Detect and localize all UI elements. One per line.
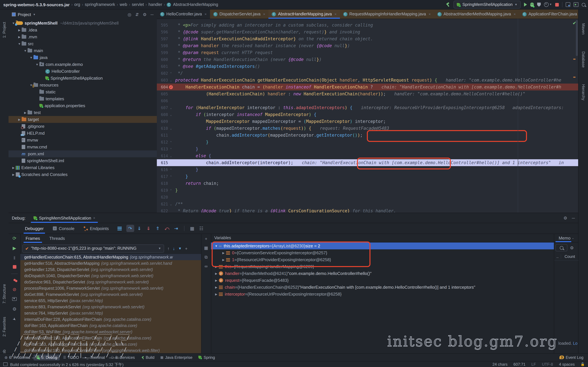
stop-button[interactable] <box>9 264 20 270</box>
sidebar-item-favorites[interactable]: 2: Favorites <box>0 317 9 336</box>
stack-frame-row[interactable]: internalDoFilter:190, ApplicationFilterC… <box>20 335 201 341</box>
tree-expand-icon[interactable]: ▼ <box>17 42 22 45</box>
gear-icon[interactable]: ⚙ <box>563 216 567 220</box>
breadcrumb-item[interactable]: AbstractHandlerMapping <box>173 2 218 7</box>
project-view-select[interactable]: Project ▼ <box>12 12 36 17</box>
profiler-button[interactable]: ▼ <box>544 2 552 7</box>
variable-row-this[interactable]: ▶this = {RequestMappingHandlerMapping@62… <box>211 263 554 270</box>
tab-debugger[interactable]: Debugger <box>21 223 48 234</box>
stack-frame-row[interactable]: getHandlerExecutionChain:615, AbstractHa… <box>20 254 201 260</box>
tree-item-scratches-and-consoles[interactable]: ▶Scratches and Consoles <box>9 171 157 178</box>
close-icon[interactable]: × <box>429 12 431 16</box>
variable-row-0[interactable]: ▶0 = {ConversionServiceExposingIntercept… <box>211 249 554 256</box>
fold-gutter[interactable]: ⌃ <box>168 147 174 150</box>
memory-col-class[interactable]: .. <box>554 254 561 259</box>
mute-breakpoints-button[interactable]: ⊘ <box>9 287 20 292</box>
frame-down-icon[interactable]: ↓ <box>173 246 175 251</box>
tree-item--mvn[interactable]: ▶.mvn <box>9 33 157 40</box>
tree-item-mvnw[interactable]: mvnw <box>9 137 157 143</box>
memory-search-button[interactable] <box>555 244 567 251</box>
tree-expand-icon[interactable]: ▶ <box>23 111 27 114</box>
stack-frame-row[interactable]: service:655, HttpServlet(javax.servlet.h… <box>20 298 201 304</box>
breadcrumb-item[interactable]: springframework <box>85 2 115 7</box>
tree-item-templates[interactable]: templates <box>9 95 157 102</box>
tree-item-springmemshellapplication[interactable]: SpringMemShellApplication <box>9 75 157 82</box>
close-icon[interactable]: × <box>93 216 95 220</box>
resume-button[interactable]: ▶ <box>9 245 20 251</box>
stack-frame-row[interactable]: doFilter:163, ApplicationFilterChain(org… <box>20 341 201 347</box>
editor-tab-abstracthandlermethodmapping-java[interactable]: CAbstractHandlerMethodMapping.java× <box>434 9 519 19</box>
variable-row-handler[interactable]: ▶phandler = {HandlerMethod@6241} "com.ex… <box>211 270 554 277</box>
breadcrumb[interactable]: spring-webmvc-5.3.9-sources.jar›org›spri… <box>3 2 219 7</box>
code-line-599[interactable]: 599 * @param request current HTTP reques… <box>157 49 578 56</box>
code-line-598[interactable]: 598 * @param handler the resolved handle… <box>157 42 578 49</box>
stop-button[interactable] <box>555 3 559 6</box>
stack-frame-row[interactable]: getHandler:1258, DispatcherServlet(org.s… <box>20 267 201 273</box>
drop-frame-button[interactable]: ⤺ <box>163 225 171 232</box>
toolbar-item-terminal[interactable]: ▸_Terminal <box>82 354 108 360</box>
tree-item-main[interactable]: ▼main <box>9 47 157 54</box>
code-line-612[interactable]: 612⌃} <box>157 139 578 145</box>
code-line-611[interactable]: 611chain.addInterceptor(mappedIntercepto… <box>157 132 578 139</box>
hide-panel-icon[interactable]: ─ <box>572 216 575 220</box>
tree-item-com-example-demo[interactable]: ▼com.example.demo <box>9 61 157 68</box>
tree-expand-icon[interactable]: ▶ <box>221 251 226 254</box>
fold-gutter[interactable]: ⌃ <box>168 189 174 192</box>
stack-frame-row[interactable]: getHandler:516, AbstractHandlerMapping(o… <box>20 260 201 267</box>
code-line-615[interactable]: 615chain.addInterceptor(interceptor);cha… <box>157 159 578 166</box>
sidebar-item-project[interactable]: 1: Project <box>0 22 9 38</box>
variable-row-interceptor[interactable]: ▶interceptor = {ResourceUrlProviderExpos… <box>211 291 554 298</box>
tree-item--gitignore[interactable]: .gitignore <box>9 123 157 130</box>
breadcrumb-item[interactable]: handler <box>148 2 162 7</box>
debug-settings-button[interactable]: ⚙ <box>9 306 20 312</box>
sidebar-item-maven[interactable]: Maven <box>579 23 588 34</box>
code-line-607[interactable]: 607⌄for (HandlerInterceptor interceptor … <box>157 104 578 111</box>
code-line-608[interactable]: 608⌄if (interceptor instanceof MappedInt… <box>157 111 578 118</box>
toolbar-item-8-services[interactable]: ⬡8: Services <box>108 354 138 360</box>
breadcrumb-item[interactable]: web <box>120 2 127 7</box>
editor-tab-dispatcherservlet-java[interactable]: CDispatcherServlet.java× <box>210 9 268 19</box>
tree-expand-icon[interactable]: ▼ <box>23 49 27 52</box>
close-icon[interactable]: × <box>205 12 207 16</box>
stack-frame-row[interactable]: doFilterInternal:100, RequestContextFilt… <box>20 347 201 354</box>
tree-expand-icon[interactable]: ▶ <box>17 118 22 121</box>
toolbar-item-java-enterprise[interactable]: ▦Java Enterprise <box>158 354 195 360</box>
editor-scrollbar[interactable] <box>576 20 578 56</box>
stack-frame-row[interactable]: doService:963, DispatcherServlet(org.spr… <box>20 279 201 285</box>
status-item-utf-8[interactable]: UTF-8 <box>542 362 553 367</box>
tab-frames[interactable]: Frames <box>22 234 44 243</box>
search-everywhere-button[interactable] <box>582 3 585 6</box>
code-line-597[interactable]: 597 * {@link HandlerExecutionChain#addIn… <box>157 35 578 42</box>
status-message[interactable]: Build completed successfully in 2 s 626 … <box>10 361 123 367</box>
toolbar-item-5-debug[interactable]: 5: Debug <box>34 354 60 360</box>
locate-file-icon[interactable]: ◎ <box>128 12 131 17</box>
tree-item-springmemshell-iml[interactable]: springMemShell.iml <box>9 157 157 164</box>
copy-icon[interactable]: ⧉ <box>201 255 211 260</box>
stack-frame-row[interactable]: doGet:898, FrameworkServlet(org.springfr… <box>20 291 201 298</box>
tree-item-java[interactable]: ▼java <box>9 54 157 61</box>
code-line-603[interactable]: 603⌄protected HandlerExecutionChain getH… <box>157 77 578 83</box>
breadcrumb-item[interactable]: org <box>74 2 80 7</box>
tree-expand-icon[interactable]: ▶ <box>214 279 219 282</box>
tree-item-target[interactable]: ▶target <box>9 116 157 123</box>
force-step-into-button[interactable]: ⇓ <box>145 225 152 232</box>
fold-gutter[interactable]: ⌄ <box>168 127 174 130</box>
status-item-607-71[interactable]: 607:71 <box>513 362 526 367</box>
variable-row-this-adaptedInterceptors[interactable]: ▼∞this.adaptedInterceptors = {ArrayList@… <box>211 242 554 249</box>
variable-row-1[interactable]: ▶1 = {ResourceUrlProviderExposingInterce… <box>211 256 554 263</box>
code-editor[interactable]: 595 * <p>For simply adding an intercepto… <box>157 19 578 213</box>
gear-icon[interactable]: ⚙ <box>143 12 147 17</box>
code-line-609[interactable]: 609MappedInterceptor mappedInterceptor =… <box>157 118 578 125</box>
breadcrumb-item[interactable]: spring-webmvc-5.3.9-sources.jar <box>3 2 70 7</box>
tree-expand-icon[interactable]: ▶ <box>17 35 22 39</box>
gear-icon[interactable]: ⚙ <box>570 246 574 250</box>
run-configuration-select[interactable]: SpringMemShellApplication ▼ <box>454 1 521 8</box>
code-line-619[interactable]: 619⌃} <box>157 187 578 194</box>
toolbar-item-spring[interactable]: Spring <box>196 354 217 360</box>
code-line-596[interactable]: 596 * {@code super.getHandlerExecutionCh… <box>157 28 578 35</box>
inspections-ok-icon[interactable]: ✔ <box>573 21 576 25</box>
rerun-button[interactable]: ⟳ <box>9 236 20 241</box>
build-hammer-icon[interactable] <box>446 2 450 7</box>
fold-gutter[interactable]: ⌄ <box>168 154 174 158</box>
fold-gutter[interactable]: ⌃ <box>168 140 174 144</box>
